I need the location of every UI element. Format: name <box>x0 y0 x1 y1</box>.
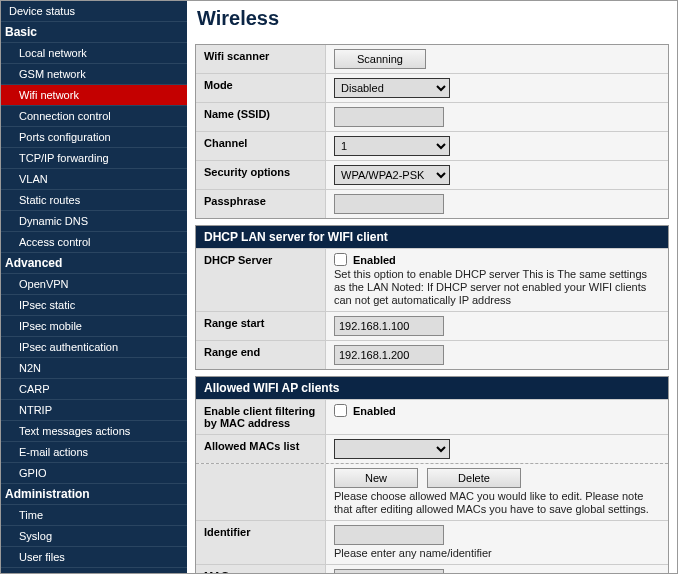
dhcp-section: DHCP LAN server for WIFI client DHCP Ser… <box>195 225 669 370</box>
sidebar-cat-basic: Basic <box>1 22 187 43</box>
delete-mac-button[interactable]: Delete <box>427 468 521 488</box>
allowed-macs-select[interactable] <box>334 439 450 459</box>
sidebar-ntrip[interactable]: NTRIP <box>1 400 187 421</box>
mac-input[interactable] <box>334 569 444 573</box>
mac-filter-enabled-label: Enabled <box>353 405 396 417</box>
sidebar-text-messages-actions[interactable]: Text messages actions <box>1 421 187 442</box>
range-start-input[interactable] <box>334 316 444 336</box>
identifier-help: Please enter any name/identifier <box>334 547 660 560</box>
allowed-macs-help: Please choose allowed MAC you would like… <box>334 490 660 516</box>
dhcp-help-text: Set this option to enable DHCP server Th… <box>334 268 660 307</box>
sidebar: Device statusBasicLocal networkGSM netwo… <box>1 1 187 573</box>
ssid-label: Name (SSID) <box>196 103 326 131</box>
sidebar-vlan[interactable]: VLAN <box>1 169 187 190</box>
sidebar-static-routes[interactable]: Static routes <box>1 190 187 211</box>
sidebar-ports-configuration[interactable]: Ports configuration <box>1 127 187 148</box>
sidebar-connection-control[interactable]: Connection control <box>1 106 187 127</box>
mode-label: Mode <box>196 74 326 102</box>
sidebar-cat-configuration: Configuration <box>1 568 187 573</box>
range-end-label: Range end <box>196 341 326 369</box>
sidebar-user-files[interactable]: User files <box>1 547 187 568</box>
ssid-input[interactable] <box>334 107 444 127</box>
sidebar-n2n[interactable]: N2N <box>1 358 187 379</box>
sidebar-gsm-network[interactable]: GSM network <box>1 64 187 85</box>
dhcp-server-label: DHCP Server <box>196 249 326 311</box>
sidebar-ipsec-authentication[interactable]: IPsec authentication <box>1 337 187 358</box>
channel-select[interactable]: 1 <box>334 136 450 156</box>
sidebar-tcpip-forwarding[interactable]: TCP/IP forwarding <box>1 148 187 169</box>
wifi-scanning-button[interactable]: Scanning <box>334 49 426 69</box>
dhcp-enabled-label: Enabled <box>353 254 396 266</box>
wifi-scanner-label: Wifi scanner <box>196 45 326 73</box>
sidebar-access-control[interactable]: Access control <box>1 232 187 253</box>
new-mac-button[interactable]: New <box>334 468 418 488</box>
mode-select[interactable]: Disabled <box>334 78 450 98</box>
sidebar-ipsec-static[interactable]: IPsec static <box>1 295 187 316</box>
passphrase-label: Passphrase <box>196 190 326 218</box>
sidebar-carp[interactable]: CARP <box>1 379 187 400</box>
channel-label: Channel <box>196 132 326 160</box>
wireless-section: Wifi scanner Scanning Mode Disabled Name… <box>195 44 669 219</box>
main-content: Wireless Wifi scanner Scanning Mode Disa… <box>187 1 677 573</box>
sidebar-email-actions[interactable]: E-mail actions <box>1 442 187 463</box>
sidebar-time[interactable]: Time <box>1 505 187 526</box>
mac-actions-label <box>196 464 326 520</box>
dhcp-header: DHCP LAN server for WIFI client <box>196 226 668 248</box>
sidebar-syslog[interactable]: Syslog <box>1 526 187 547</box>
sidebar-dynamic-dns[interactable]: Dynamic DNS <box>1 211 187 232</box>
sidebar-openvpn[interactable]: OpenVPN <box>1 274 187 295</box>
mac-label: MAC <box>196 565 326 573</box>
dhcp-enabled-checkbox[interactable] <box>334 253 347 266</box>
sidebar-cat-administration: Administration <box>1 484 187 505</box>
sidebar-ipsec-mobile[interactable]: IPsec mobile <box>1 316 187 337</box>
security-select[interactable]: WPA/WPA2-PSK <box>334 165 450 185</box>
page-title: Wireless <box>197 7 669 30</box>
sidebar-cat-advanced: Advanced <box>1 253 187 274</box>
sidebar-local-network[interactable]: Local network <box>1 43 187 64</box>
mac-filter-label: Enable client filtering by MAC address <box>196 400 326 434</box>
sidebar-wifi-network[interactable]: Wifi network <box>1 85 187 106</box>
allowed-header: Allowed WIFI AP clients <box>196 377 668 399</box>
sidebar-device-status[interactable]: Device status <box>1 1 187 22</box>
security-label: Security options <box>196 161 326 189</box>
range-end-input[interactable] <box>334 345 444 365</box>
mac-filter-checkbox[interactable] <box>334 404 347 417</box>
allowed-macs-label: Allowed MACs list <box>196 435 326 463</box>
passphrase-input[interactable] <box>334 194 444 214</box>
identifier-input[interactable] <box>334 525 444 545</box>
sidebar-gpio[interactable]: GPIO <box>1 463 187 484</box>
range-start-label: Range start <box>196 312 326 340</box>
allowed-clients-section: Allowed WIFI AP clients Enable client fi… <box>195 376 669 573</box>
identifier-label: Identifier <box>196 521 326 564</box>
